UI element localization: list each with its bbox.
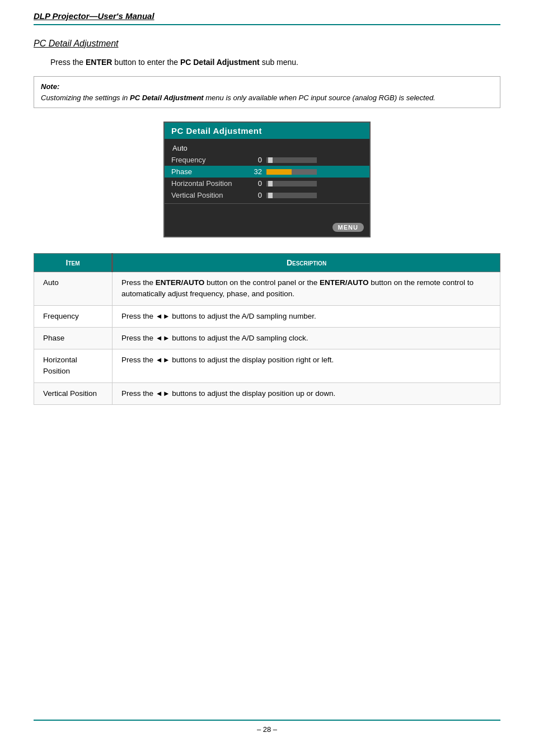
table-row: Horizontal Position Press the ◄► buttons… (34, 349, 500, 383)
menu-indicator-vertical (268, 193, 273, 198)
menu-item-auto: Auto (172, 144, 245, 152)
enter-bold: ENTER (86, 58, 112, 67)
arrow-symbol: ◄► (156, 334, 170, 342)
menu-bar-phase (266, 168, 363, 176)
menu-item-vertical: Vertical Position (171, 191, 244, 199)
table-cell-desc-phase: Press the ◄► buttons to adjust the A/D s… (113, 327, 500, 349)
menu-item-frequency: Frequency (171, 156, 244, 164)
menu-body: Auto Frequency 0 Phase 32 (165, 139, 369, 220)
menu-title-bar: PC Detail Adjustment (165, 123, 369, 139)
menu-track-frequency (266, 157, 317, 163)
note-label: Note: (41, 82, 59, 91)
menu-button: MENU (332, 223, 364, 232)
menu-bar-vertical (266, 192, 363, 199)
menu-track-vertical (266, 193, 317, 198)
menu-footer: MENU (165, 220, 369, 236)
table-cell-desc-vertical: Press the ◄► buttons to adjust the displ… (113, 382, 500, 404)
menu-row-phase: Phase 32 (165, 166, 369, 178)
note-text: Customizing the settings in PC Detail Ad… (41, 94, 435, 102)
section-title: PC Detail Adjustment (34, 39, 500, 49)
page-number: – 28 – (257, 725, 277, 734)
description-table: Item Description Auto Press the ENTER/AU… (34, 253, 500, 405)
menu-fill-phase (266, 169, 292, 175)
table-cell-desc-auto: Press the ENTER/AUTO button on the contr… (113, 272, 500, 306)
note-box: Note: Customizing the settings in PC Det… (34, 76, 500, 108)
menu-item-horizontal: Horizontal Position (171, 179, 244, 188)
menu-value-frequency: 0 (244, 156, 266, 164)
menu-screenshot: PC Detail Adjustment Auto Frequency 0 (34, 122, 500, 237)
table-cell-item-horizontal: Horizontal Position (34, 349, 113, 383)
menu-bar-horizontal (266, 180, 363, 188)
menu-row-auto: Auto (165, 142, 369, 154)
table-cell-item-vertical: Vertical Position (34, 382, 113, 404)
table-cell-item-phase: Phase (34, 327, 113, 349)
menu-bar-frequency (266, 156, 363, 164)
pc-detail-bold: PC Detail Adjustment (180, 58, 260, 67)
table-cell-desc-frequency: Press the ◄► buttons to adjust the A/D s… (113, 305, 500, 327)
menu-indicator-horizontal (268, 181, 273, 186)
menu-value-vertical: 0 (244, 191, 266, 199)
menu-item-phase: Phase (171, 167, 244, 176)
table-header-desc: Description (113, 254, 500, 272)
table-row: Auto Press the ENTER/AUTO button on the … (34, 272, 500, 306)
menu-value-phase: 32 (244, 167, 266, 176)
menu-track-phase (266, 169, 317, 175)
table-cell-item-frequency: Frequency (34, 305, 113, 327)
menu-row-frequency: Frequency 0 (165, 154, 369, 166)
menu-track-horizontal (266, 181, 317, 186)
menu-box: PC Detail Adjustment Auto Frequency 0 (163, 122, 371, 237)
menu-indicator-frequency (268, 157, 273, 163)
table-row: Phase Press the ◄► buttons to adjust the… (34, 327, 500, 349)
menu-value-horizontal: 0 (244, 179, 266, 188)
table-header-item: Item (34, 254, 113, 272)
table-cell-item-auto: Auto (34, 272, 113, 306)
arrow-symbol: ◄► (156, 312, 170, 320)
intro-paragraph: Press the ENTER button to enter the PC D… (34, 57, 500, 68)
manual-title: DLP Projector—User's Manual (34, 11, 154, 21)
table-row: Vertical Position Press the ◄► buttons t… (34, 382, 500, 404)
menu-row-horizontal: Horizontal Position 0 (165, 178, 369, 189)
menu-row-vertical: Vertical Position 0 (165, 189, 369, 201)
table-row: Frequency Press the ◄► buttons to adjust… (34, 305, 500, 327)
page-footer: – 28 – (34, 720, 500, 734)
menu-divider (165, 203, 369, 204)
arrow-symbol: ◄► (156, 389, 170, 398)
page-wrapper: DLP Projector—User's Manual PC Detail Ad… (0, 0, 534, 756)
arrow-symbol: ◄► (156, 356, 170, 364)
page-header: DLP Projector—User's Manual (34, 11, 500, 25)
table-cell-desc-horizontal: Press the ◄► buttons to adjust the displ… (113, 349, 500, 383)
